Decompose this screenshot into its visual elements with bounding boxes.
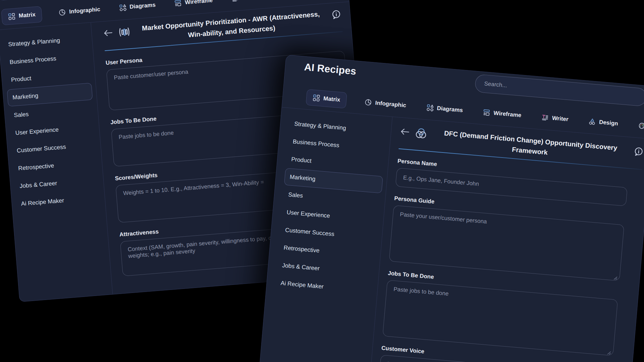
infographic-icon <box>364 99 372 107</box>
writer-icon <box>541 114 549 122</box>
tab-design[interactable]: Design <box>586 113 621 131</box>
tab-label: Matrix <box>323 95 340 103</box>
app-title: AI Recipes <box>304 61 357 77</box>
back-arrow-icon[interactable] <box>103 28 114 38</box>
tab-ar[interactable]: Ar <box>635 118 644 135</box>
tab-infographic[interactable]: Infographic <box>362 94 409 113</box>
tab-diagrams[interactable]: Diagrams <box>116 0 158 16</box>
tab-matrix[interactable]: Matrix <box>1 6 43 25</box>
tab-writer[interactable]: Writer <box>229 0 261 7</box>
sidebar: Strategy & PlanningBusiness ProcessProdu… <box>258 108 392 362</box>
awr-matrix-icon <box>117 25 131 39</box>
main-panel: DFC (Demand Friction Change) Opportunity… <box>364 117 644 362</box>
matrix-icon <box>8 12 16 20</box>
form-fields: Persona Name Persona Guide Jobs To Be Do… <box>375 158 641 362</box>
info-icon[interactable] <box>633 146 644 157</box>
form-field: Persona Guide <box>389 195 638 282</box>
front-window: AI Recipes Matrix Infographic Diagrams W… <box>258 55 644 362</box>
info-icon[interactable] <box>331 9 341 20</box>
form-field: Jobs To Be Done <box>382 270 632 357</box>
tab-infographic[interactable]: Infographic <box>56 2 103 21</box>
writer-icon <box>231 0 239 2</box>
tab-wireframe[interactable]: Wireframe <box>172 0 215 11</box>
wireframe-icon <box>483 109 491 117</box>
resize-handle-icon[interactable] <box>607 350 611 354</box>
resize-handle-icon[interactable] <box>613 275 618 279</box>
tab-label: Matrix <box>18 11 36 19</box>
tab-wireframe[interactable]: Wireframe <box>480 104 524 123</box>
tab-label: Wireframe <box>185 0 213 6</box>
tab-label: Writer <box>242 0 259 1</box>
tab-label: Wireframe <box>493 110 522 119</box>
matrix-icon <box>312 94 320 102</box>
tab-label: Infographic <box>69 6 101 15</box>
venn-diagram-icon <box>414 126 428 141</box>
infographic-icon <box>58 8 66 16</box>
tab-label: Infographic <box>375 100 407 109</box>
tab-label: Writer <box>552 115 569 123</box>
tab-matrix[interactable]: Matrix <box>306 89 347 109</box>
wireframe-icon <box>174 0 182 7</box>
design-icon <box>588 118 596 126</box>
tab-writer[interactable]: Writer <box>539 109 571 127</box>
tab-label: Diagrams <box>437 105 463 114</box>
tab-diagrams[interactable]: Diagrams <box>424 100 466 118</box>
diagrams-icon <box>119 4 127 12</box>
back-arrow-icon[interactable] <box>400 127 411 136</box>
palette-icon <box>638 122 644 130</box>
diagrams-icon <box>426 104 434 112</box>
tab-design[interactable]: Design <box>275 0 310 3</box>
tab-label: Design <box>599 119 618 127</box>
tab-label: Diagrams <box>129 2 156 10</box>
search-input[interactable] <box>475 74 644 107</box>
